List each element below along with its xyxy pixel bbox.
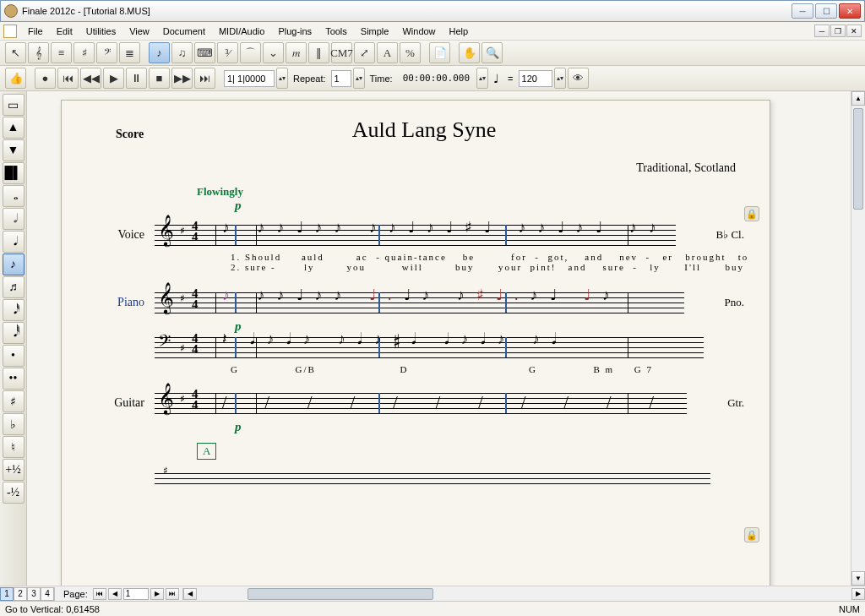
page-number-input[interactable]	[123, 588, 149, 600]
lyrics-verse1[interactable]: 1. Should auld ac - quain-tance be for -…	[231, 252, 744, 262]
whole-note-palette-button[interactable]: 𝅝	[3, 185, 24, 207]
lock-icon[interactable]: 🔒	[744, 206, 759, 221]
last-page-button[interactable]: ⏭	[166, 588, 179, 600]
mdi-minimize-button[interactable]: ─	[814, 25, 830, 37]
minimize-button[interactable]: ─	[792, 3, 813, 19]
sixteenth-note-palette-button[interactable]: ♬	[3, 276, 24, 298]
eighth-note-palette-button[interactable]: ♪	[3, 253, 24, 275]
score-title[interactable]: Auld Lang Syne	[104, 117, 744, 143]
menu-document[interactable]: Document	[156, 25, 212, 38]
chord-tool[interactable]: ♯	[73, 42, 95, 63]
scroll-thumb[interactable]	[853, 108, 863, 210]
scroll-down-button[interactable]: ▼	[851, 571, 865, 586]
articulation-tool[interactable]: ⌄	[263, 42, 284, 63]
chord-symbols[interactable]: G G/B D G B m G 7	[231, 364, 744, 374]
measure-spinner[interactable]: ▴▾	[276, 68, 288, 89]
clef-tool[interactable]: 𝄢	[96, 42, 117, 63]
next-system-peek[interactable]: ♯	[104, 466, 744, 483]
key-sig-tool[interactable]: ≣	[119, 42, 140, 63]
octave-down-palette-button[interactable]: ▼	[3, 139, 24, 161]
repeat-input[interactable]	[331, 70, 351, 87]
guitar-slashes[interactable]: / / / / / / / / / / / / /	[222, 393, 687, 427]
rewind-start-button[interactable]: ⏮	[57, 68, 79, 89]
piano-treble-notes[interactable]: ♪ ♪♪♩♪♪ ♩.♩♪ ♪♯♩.♪♩ ♩♪	[222, 286, 684, 319]
staff-tool[interactable]: 𝄞	[28, 42, 49, 63]
hand-grabber-tool[interactable]: ✋	[459, 42, 480, 63]
eraser-palette-button[interactable]: ▭	[3, 94, 24, 116]
pause-button[interactable]: ⏸	[126, 68, 147, 89]
lyrics-tool[interactable]: ≡	[51, 42, 72, 63]
tempo-input[interactable]	[519, 70, 552, 87]
time-spinner[interactable]: ▴▾	[476, 68, 488, 89]
rehearsal-mark[interactable]: A	[197, 443, 216, 460]
menu-midiaudio[interactable]: MIDI/Audio	[212, 25, 271, 38]
tuplet-tool[interactable]: ³⁄	[217, 42, 238, 63]
smart-shape-tool[interactable]: ⌒	[240, 42, 261, 63]
document-area[interactable]: Score Auld Lang Syne Traditional, Scotla…	[27, 91, 865, 586]
composer-text[interactable]: Traditional, Scotland	[104, 161, 736, 175]
hand-icon[interactable]: 👍	[5, 68, 26, 89]
repeat-tool[interactable]: ‖	[308, 42, 329, 63]
hscroll-right-button[interactable]: ▶	[851, 588, 865, 600]
sharp-palette-button[interactable]: ♯	[3, 390, 24, 412]
voice-notes[interactable]: ♪ ♪♪♩♪♪ ♪♪♩♪♩♯♩ ♪♪♩♪♩ ♪♪	[222, 218, 676, 252]
menu-edit[interactable]: Edit	[50, 25, 79, 38]
zoom-tool[interactable]: 🔍	[481, 42, 503, 63]
measure-counter[interactable]	[224, 70, 275, 87]
scroll-up-button[interactable]: ▲	[851, 91, 865, 106]
double-dot-palette-button[interactable]: ••	[3, 368, 24, 390]
tempo-marking[interactable]: Flowingly	[197, 185, 744, 199]
natural-palette-button[interactable]: ♮	[3, 436, 24, 458]
forward-button[interactable]: ▶▶	[171, 68, 193, 89]
menu-utilities[interactable]: Utilities	[79, 25, 122, 38]
layer-2-button[interactable]: 2	[14, 587, 27, 601]
tempo-spinner[interactable]: ▴▾	[554, 68, 566, 89]
score-page[interactable]: Score Auld Lang Syne Traditional, Scotla…	[61, 100, 770, 586]
page-layout-tool[interactable]: 📄	[429, 42, 450, 63]
menu-file[interactable]: File	[21, 25, 50, 38]
minus-half-palette-button[interactable]: -½	[3, 482, 24, 504]
piano-treble-system[interactable]: Piano 𝄞 ♯ 44 ♪ ♪♪♩♪♪ ♩.♩♪ ♪♯♩.♪♩ ♩♪ Pno.	[104, 286, 744, 319]
dot-palette-button[interactable]: •	[3, 345, 24, 367]
dynamic-p-voice[interactable]: p	[235, 199, 744, 213]
expression-tool[interactable]: 𝆐	[286, 42, 307, 63]
maximize-button[interactable]: ☐	[815, 3, 837, 19]
lock-icon[interactable]: 🔒	[744, 527, 759, 542]
chord-tool-tool[interactable]: CM7	[331, 42, 352, 63]
menu-tools[interactable]: Tools	[318, 25, 354, 38]
octave-up-palette-button[interactable]: ▲	[3, 117, 24, 139]
hscroll-thumb[interactable]	[248, 588, 433, 600]
layer-3-button[interactable]: 3	[27, 587, 41, 601]
resize-tool[interactable]: ⤢	[354, 42, 375, 63]
percent-tool[interactable]: %	[400, 42, 421, 63]
next-page-button[interactable]: ▶	[150, 588, 164, 600]
selection-tool[interactable]: ↖	[5, 42, 26, 63]
guitar-system[interactable]: Guitar 𝄞 ♯ 44 / / / / / / / / / / / / / …	[104, 386, 744, 420]
piano-bass-notes[interactable]: 𝄽 ♩♪♩♪ ♪♩♪♯♩ ♩♪♩♪ ♪♩	[222, 330, 704, 364]
mdi-restore-button[interactable]: ❐	[830, 25, 846, 37]
lyrics-verse2[interactable]: 2. sure - ly you will buy your pint! and…	[231, 262, 744, 272]
menu-plugins[interactable]: Plug-ins	[271, 25, 318, 38]
speedy-entry-tool[interactable]: ♫	[171, 42, 193, 63]
flat-palette-button[interactable]: ♭	[3, 413, 24, 435]
piano-bass-system[interactable]: 𝄢 ♯ 44 𝄽 ♩♪♩♪ ♪♩♪♯♩ ♩♪♩♪ ♪♩	[104, 330, 744, 364]
half-note-palette-button[interactable]: 𝅗𝅥	[3, 208, 24, 230]
menu-view[interactable]: View	[122, 25, 156, 38]
first-page-button[interactable]: ⏮	[93, 588, 106, 600]
mdi-close-button[interactable]: ✕	[846, 25, 862, 37]
hscroll-left-button[interactable]: ◀	[183, 588, 197, 600]
horizontal-scrollbar[interactable]	[197, 587, 851, 601]
hyperscribe-tool[interactable]: ⌨	[194, 42, 215, 63]
vertical-scrollbar[interactable]: ▲ ▼	[851, 91, 865, 586]
repeat-spinner[interactable]: ▴▾	[353, 68, 365, 89]
quarter-note-palette-button[interactable]: 𝅘𝅥	[3, 231, 24, 253]
audio-settings-icon[interactable]: 👁	[568, 68, 589, 89]
record-button[interactable]: ●	[35, 68, 56, 89]
prev-page-button[interactable]: ◀	[108, 588, 122, 600]
thirtysecond-note-palette-button[interactable]: 𝅘𝅥𝅰	[3, 299, 24, 321]
play-button[interactable]: ▶	[103, 68, 124, 89]
whole-rest-palette-button[interactable]: █▌	[3, 162, 24, 184]
plus-half-palette-button[interactable]: +½	[3, 459, 24, 481]
layer-4-button[interactable]: 4	[41, 587, 54, 601]
menu-simple[interactable]: Simple	[354, 25, 396, 38]
